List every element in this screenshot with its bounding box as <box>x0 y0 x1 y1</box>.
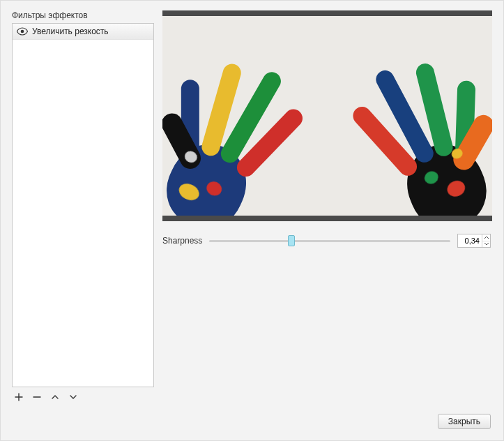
filter-list-controls <box>12 387 154 403</box>
chevron-down-icon[interactable] <box>68 391 79 403</box>
minus-icon[interactable] <box>31 391 43 403</box>
spinner-down-icon[interactable] <box>482 241 490 248</box>
sharpness-label: Sharpness <box>162 236 202 246</box>
plus-icon[interactable] <box>13 391 24 403</box>
dialog-footer: Закрыть <box>438 414 491 429</box>
spinner-up-icon[interactable] <box>482 234 490 241</box>
svg-point-0 <box>21 30 24 33</box>
main-panel: Sharpness <box>162 10 492 403</box>
slider-thumb[interactable] <box>288 235 295 246</box>
sharpness-slider[interactable] <box>209 234 450 247</box>
chevron-up-icon[interactable] <box>49 391 61 403</box>
preview-image <box>162 16 492 216</box>
eye-icon[interactable] <box>17 27 28 36</box>
effects-dialog: Фильтры эффектов Увеличить резкость <box>0 0 504 441</box>
preview-frame <box>162 10 492 221</box>
filter-list[interactable]: Увеличить резкость <box>12 23 154 387</box>
filters-panel: Фильтры эффектов Увеличить резкость <box>12 10 154 403</box>
sharpness-input[interactable] <box>458 234 482 247</box>
close-button[interactable]: Закрыть <box>438 414 491 429</box>
sharpness-row: Sharpness <box>162 234 492 248</box>
filter-item-label: Увеличить резкость <box>32 27 109 36</box>
filter-item[interactable]: Увеличить резкость <box>13 24 153 40</box>
filters-panel-title: Фильтры эффектов <box>12 10 154 20</box>
sharpness-spinner[interactable] <box>457 234 491 248</box>
